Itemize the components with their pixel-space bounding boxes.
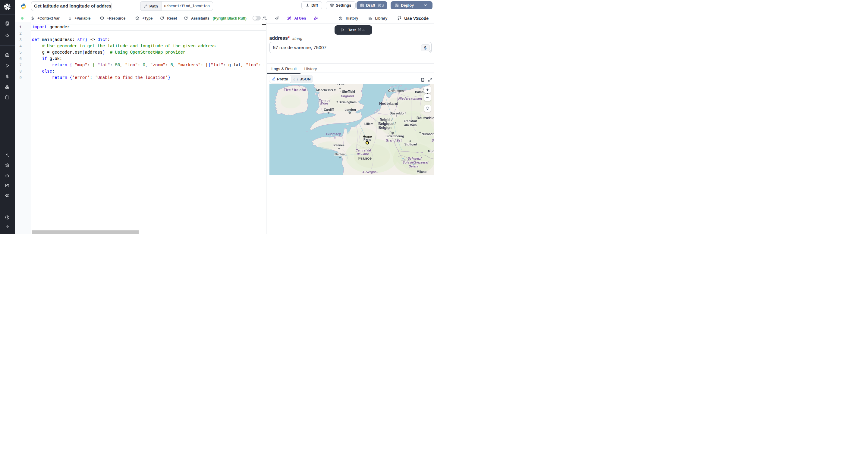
svg-text:Groningen: Groningen — [388, 89, 404, 93]
svg-text:Bay: Bay — [432, 139, 434, 142]
svg-text:Belgien: Belgien — [378, 125, 391, 130]
svg-text:Svizra: Svizra — [409, 164, 418, 168]
svg-text:London: London — [344, 108, 355, 111]
svg-text:Cymru /: Cymru / — [318, 98, 330, 102]
svg-text:Wales: Wales — [319, 102, 329, 105]
svg-text:Schweiz/: Schweiz/ — [407, 156, 422, 160]
svg-text:Nantes: Nantes — [335, 153, 345, 156]
svg-text:Lille: Lille — [364, 122, 371, 125]
svg-text:Nürnberg: Nürnberg — [422, 132, 434, 136]
svg-text:Deutschland: Deutschland — [416, 115, 434, 120]
svg-text:Birmingham: Birmingham — [338, 100, 356, 104]
svg-text:Home: Home — [363, 135, 372, 138]
svg-text:Manchester: Manchester — [316, 88, 333, 92]
svg-text:Frankfurt: Frankfurt — [404, 120, 417, 123]
svg-text:München: München — [428, 149, 434, 153]
svg-text:Cardiff: Cardiff — [324, 108, 334, 111]
svg-text:Düsseldorf: Düsseldorf — [390, 111, 406, 115]
svg-text:Milano: Milano — [416, 170, 426, 173]
svg-text:België /: België / — [379, 118, 393, 122]
svg-text:Paris: Paris — [364, 138, 371, 141]
svg-text:France: France — [358, 156, 372, 161]
svg-text:Niedersachsen: Niedersachsen — [398, 97, 422, 100]
svg-text:Auvergne-: Auvergne- — [362, 170, 378, 174]
svg-text:Grand Est: Grand Est — [386, 138, 402, 142]
svg-text:Stuttgart: Stuttgart — [404, 142, 417, 146]
svg-text:Guernsey: Guernsey — [326, 132, 341, 136]
svg-text:Éire / Ireland: Éire / Ireland — [283, 88, 306, 92]
svg-text:Leeds: Leeds — [336, 84, 344, 86]
svg-text:Nederland: Nederland — [379, 101, 398, 105]
svg-text:Luxembourg: Luxembourg — [385, 134, 404, 138]
svg-text:Centre-Val: Centre-Val — [355, 148, 371, 152]
svg-text:am Main: am Main — [404, 123, 416, 127]
svg-text:Suisse/Svizzera/: Suisse/Svizzera/ — [402, 160, 429, 164]
svg-text:Rennes: Rennes — [333, 143, 344, 147]
svg-text:Sheffield: Sheffield — [342, 90, 355, 93]
svg-text:de Loire: de Loire — [357, 153, 369, 156]
svg-text:England: England — [341, 94, 354, 98]
